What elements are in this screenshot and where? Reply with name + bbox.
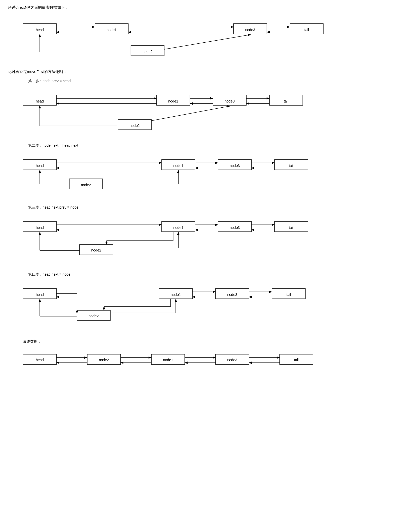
svg-text:head: head: [36, 164, 44, 168]
svg-text:node3: node3: [230, 164, 240, 168]
svg-text:tail: tail: [294, 358, 299, 362]
svg-text:node1: node1: [173, 226, 183, 230]
svg-text:head: head: [36, 358, 44, 362]
step2-label: 第二步：node.next = head.next: [8, 143, 411, 148]
svg-text:node1: node1: [168, 99, 178, 103]
node-node1-0: node1: [107, 28, 117, 32]
svg-diagram-3: head node1 node3 tail node2: [8, 212, 367, 264]
svg-text:node2: node2: [89, 314, 99, 318]
svg-diagram-2: head node1 node3 tail node2: [8, 151, 367, 197]
movefirst-intro: 此时再经过moveFirst的方法逻辑：: [8, 69, 411, 74]
diagram-step1: 第一步：node.prev = head head node1 node3 ta…: [8, 79, 411, 136]
svg-text:head: head: [36, 99, 44, 103]
svg-text:tail: tail: [286, 293, 291, 297]
step4-label: 第四步：head.next = node: [8, 272, 411, 277]
step3-label: 第三步：head.next.prev = node: [8, 205, 411, 210]
diagram-initial: head node1 node3 tail node2: [8, 15, 411, 62]
node-tail-0: tail: [304, 28, 309, 32]
svg-text:node1: node1: [173, 164, 183, 168]
svg-diagram-4: head node1 node3 tail node2: [8, 279, 367, 331]
intro-text: 经过directNP之后的链表数据如下：: [8, 5, 411, 10]
svg-text:tail: tail: [284, 99, 288, 103]
svg-text:node1: node1: [171, 293, 181, 297]
node-head-0: head: [36, 28, 44, 32]
svg-diagram-final: head node2 node1 node3 tail: [8, 347, 393, 377]
svg-text:tail: tail: [289, 164, 294, 168]
svg-text:node3: node3: [227, 293, 237, 297]
svg-line-32: [151, 106, 230, 121]
step1-label: 第一步：node.prev = head: [8, 79, 411, 83]
node-node2-0: node2: [143, 50, 153, 54]
node-node3-0: node3: [245, 28, 255, 32]
svg-text:head: head: [36, 293, 44, 297]
diagram-step2: 第二步：node.next = head.next head node1 nod…: [8, 143, 411, 198]
svg-text:tail: tail: [289, 226, 294, 230]
svg-text:node2: node2: [91, 248, 101, 252]
svg-line-13: [164, 35, 250, 49]
svg-text:node2: node2: [130, 124, 140, 128]
svg-text:head: head: [36, 226, 44, 230]
svg-diagram-1: head node1 node3 tail node2: [8, 86, 367, 135]
svg-diagram-0: head node1 node3 tail node2: [8, 15, 367, 61]
svg-text:node3: node3: [230, 226, 240, 230]
diagram-step3: 第三步：head.next.prev = node head node1 nod…: [8, 205, 411, 265]
svg-text:node1: node1: [163, 358, 173, 362]
svg-text:node3: node3: [227, 358, 237, 362]
final-label: 最终数据：: [8, 339, 411, 344]
diagram-step4: 第四步：head.next = node head node1 node3 ta…: [8, 272, 411, 332]
diagram-final: head node2 node1 node3 tail: [8, 347, 411, 378]
svg-text:node2: node2: [81, 183, 91, 187]
svg-text:node3: node3: [225, 99, 235, 103]
svg-text:node2: node2: [99, 358, 109, 362]
